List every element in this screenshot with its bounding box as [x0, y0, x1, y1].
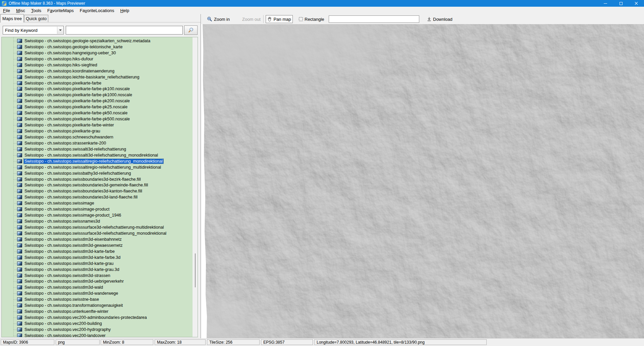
- tab-maps-tree[interactable]: Maps tree: [0, 14, 24, 22]
- tree-item[interactable]: Swisstopo - ch.swisstopo.geologie-spezia…: [2, 38, 193, 44]
- zoom-in-button[interactable]: Zoom in: [207, 15, 230, 23]
- search-icon: [188, 27, 194, 33]
- tree-item[interactable]: Swisstopo - ch.swisstopo.pixelkarte-farb…: [2, 104, 193, 110]
- dropdown-button[interactable]: [57, 26, 63, 34]
- tree-item[interactable]: Swisstopo - ch.swisstopo.swissnames3d: [2, 218, 193, 224]
- tree-item[interactable]: Swisstopo - ch.swisstopo.vec200-landcove…: [2, 333, 193, 337]
- map-layer-icon: [17, 99, 22, 103]
- rectangle-button[interactable]: Rectangle: [299, 15, 324, 23]
- tree-item[interactable]: Swisstopo - ch.swisstopo.leichte-basiska…: [2, 74, 193, 80]
- tree-item[interactable]: Swisstopo - ch.swisstopo.pixelkarte-farb…: [2, 110, 193, 116]
- search-button[interactable]: [184, 25, 198, 35]
- restore-button[interactable]: [613, 0, 629, 7]
- tree-item[interactable]: Swisstopo - ch.swisstopo.swisstlm3d-gewa…: [2, 242, 193, 248]
- map-layer-icon: [17, 189, 22, 193]
- tree-item[interactable]: Swisstopo - ch.swisstopo.schneeschuhwand…: [2, 134, 193, 140]
- tree-item[interactable]: Swisstopo - ch.swisstopo.swisstlm3d-wand…: [2, 290, 193, 296]
- tree-item-label: Swisstopo - ch.swisstopo.swisstlm3d-eise…: [24, 237, 122, 242]
- menu-item-misc[interactable]: Misc: [13, 7, 28, 14]
- keyword-input[interactable]: [66, 26, 183, 35]
- map-layer-icon: [17, 111, 22, 115]
- menu-item-favoritemaps[interactable]: FavoriteMaps: [44, 7, 77, 14]
- tree-item[interactable]: Swisstopo - ch.swisstopo.swissboundaries…: [2, 188, 193, 194]
- tree-item[interactable]: Swisstopo - ch.swisstopo.pixelkarte-farb…: [2, 92, 193, 98]
- tree-item[interactable]: Swisstopo - ch.swisstopo.swisssurface3d-…: [2, 224, 193, 230]
- tree-item[interactable]: Swisstopo - ch.swisstopo.swisstlm3d-kart…: [2, 261, 193, 267]
- tree-scrollbar[interactable]: [193, 37, 198, 337]
- menu-item-favoritelocations[interactable]: FavoriteLocations: [77, 7, 117, 14]
- tree-item[interactable]: Swisstopo - ch.swisstopo.swissboundaries…: [2, 182, 193, 188]
- tree-item[interactable]: Swisstopo - ch.swisstopo.hiks-dufour: [2, 56, 193, 62]
- tree-item[interactable]: Swisstopo - ch.swisstopo.vec200-hydrogra…: [2, 327, 193, 333]
- tree-item-label: Swisstopo - ch.swisstopo.pixelkarte-farb…: [24, 93, 133, 97]
- map-layer-icon: [17, 87, 22, 91]
- zoom-out-button[interactable]: Zoom out: [242, 15, 261, 23]
- toolbar-text-input[interactable]: [329, 15, 419, 23]
- map-layer-icon: [17, 153, 22, 157]
- tree-item[interactable]: Swisstopo - ch.swisstopo.swissaltiregio-…: [2, 164, 193, 170]
- tree-item[interactable]: Swisstopo - ch.swisstopo.swissalti3d-rel…: [2, 152, 193, 158]
- tab-quick-goto[interactable]: Quick goto: [24, 15, 48, 22]
- find-mode-dropdown[interactable]: Find by Keyword: [3, 26, 64, 35]
- map-layer-icon: [17, 213, 22, 217]
- tree-item[interactable]: Swisstopo - ch.swisstopo.swisstlm3d-wald: [2, 284, 193, 290]
- title-bar: Offline Map Maker 8.363 - Maps Previewer: [0, 0, 644, 7]
- tree-item[interactable]: Swisstopo - ch.swisstopo.geologie-tekton…: [2, 44, 193, 50]
- map-canvas[interactable]: [201, 24, 644, 339]
- window-controls: [598, 0, 644, 7]
- tree-item[interactable]: Swisstopo - ch.swisstopo.swissimage-prod…: [2, 206, 193, 212]
- map-layer-icon: [17, 129, 22, 133]
- tree-item[interactable]: Swisstopo - ch.swisstopo.pixelkarte-grau: [2, 128, 193, 134]
- map-layer-icon: [17, 159, 22, 163]
- tree-item[interactable]: Swisstopo - ch.swisstopo.koordinatenaend…: [2, 68, 193, 74]
- tree-item[interactable]: Swisstopo - ch.swisstopo.swisstlm3d-eise…: [2, 236, 193, 242]
- tree-item[interactable]: Swisstopo - ch.swisstopo.vec200-building: [2, 321, 193, 327]
- map-layer-icon: [17, 195, 22, 199]
- tree-scrollbar-thumb[interactable]: [195, 253, 196, 287]
- rectangle-icon: [299, 17, 303, 21]
- tree-item[interactable]: Swisstopo - ch.swisstopo.hiks-siegfried: [2, 62, 193, 68]
- map-layer-icon: [17, 322, 22, 326]
- tree-item[interactable]: Swisstopo - ch.swisstopo.swissimage: [2, 200, 193, 206]
- tree-item[interactable]: Swisstopo - ch.swisstopo.swisstlm3d-stra…: [2, 273, 193, 279]
- tree-item[interactable]: Swisstopo - ch.swisstopo.swissimage-prod…: [2, 212, 193, 218]
- tree-item[interactable]: Swisstopo - ch.swisstopo.pixelkarte-farb…: [2, 116, 193, 122]
- tree-item[interactable]: Swisstopo - ch.swisstopo.unterkuenfte-wi…: [2, 308, 193, 314]
- tree-item[interactable]: Swisstopo - ch.swisstopo.pixelkarte-farb…: [2, 80, 193, 86]
- tree-item[interactable]: Swisstopo - ch.swisstopo.swissboundaries…: [2, 176, 193, 182]
- window-title: Offline Map Maker 8.363 - Maps Previewer: [9, 0, 85, 7]
- tree-item[interactable]: Swisstopo - ch.swisstopo.swissalti3d-rel…: [2, 146, 193, 152]
- tree-item[interactable]: Swisstopo - ch.swisstopo.swissaltiregio-…: [2, 158, 193, 164]
- map-layer-icon: [17, 147, 22, 151]
- map-layer-icon: [17, 231, 22, 235]
- tree-item-label: Swisstopo - ch.swisstopo.geologie-tekton…: [24, 45, 123, 49]
- tree-item[interactable]: Swisstopo - ch.swisstopo.hangneigung-ueb…: [2, 50, 193, 56]
- tree-item-label: Swisstopo - ch.swisstopo.swisstlm3d-stra…: [24, 273, 111, 278]
- tree-item-label: Swisstopo - ch.swisstopo.swissnames3d: [24, 219, 101, 224]
- tree-item[interactable]: Swisstopo - ch.swisstopo.strassenkarte-2…: [2, 140, 193, 146]
- tree-item[interactable]: Swisstopo - ch.swisstopo.pixelkarte-farb…: [2, 86, 193, 92]
- chevron-down-icon: [59, 30, 62, 31]
- menu-item-file[interactable]: File: [0, 7, 13, 14]
- tree-item[interactable]: Swisstopo - ch.swisstopo.swisstlm3d-kart…: [2, 267, 193, 273]
- minimize-button[interactable]: [598, 0, 613, 7]
- tree-item-label: Swisstopo - ch.swisstopo.swisstlm3d-kart…: [24, 255, 121, 260]
- tree-item[interactable]: Swisstopo - ch.swisstopo.vec200-adminbou…: [2, 314, 193, 321]
- tree-item[interactable]: Swisstopo - ch.swisstopo.swisstlm3d-uebr…: [2, 279, 193, 285]
- tree-item[interactable]: Swisstopo - ch.swisstopo.swisstne-base: [2, 296, 193, 302]
- tree-item[interactable]: Swisstopo - ch.swisstopo.pixelkarte-farb…: [2, 98, 193, 104]
- close-button[interactable]: [629, 0, 644, 7]
- tree-item[interactable]: Swisstopo - ch.swisstopo.transformations…: [2, 302, 193, 308]
- tree-item[interactable]: Swisstopo - ch.swisstopo.swisssurface3d-…: [2, 230, 193, 236]
- tree-item[interactable]: Swisstopo - ch.swisstopo.pixelkarte-farb…: [2, 122, 193, 128]
- download-button[interactable]: Download: [427, 15, 452, 23]
- tree-item[interactable]: Swisstopo - ch.swisstopo.swissboundaries…: [2, 194, 193, 200]
- map-layer-icon: [17, 207, 22, 211]
- tree-item[interactable]: Swisstopo - ch.swisstopo.swisstlm3d-kart…: [2, 248, 193, 254]
- menu-item-help[interactable]: Help: [117, 7, 132, 14]
- menu-item-tools[interactable]: Tools: [28, 7, 44, 14]
- tree-item[interactable]: Swisstopo - ch.swisstopo.swissbathy3d-re…: [2, 170, 193, 176]
- pan-map-button[interactable]: Pan map: [266, 15, 293, 23]
- map-layer-icon: [17, 123, 22, 127]
- tree-item[interactable]: Swisstopo - ch.swisstopo.swisstlm3d-kart…: [2, 254, 193, 261]
